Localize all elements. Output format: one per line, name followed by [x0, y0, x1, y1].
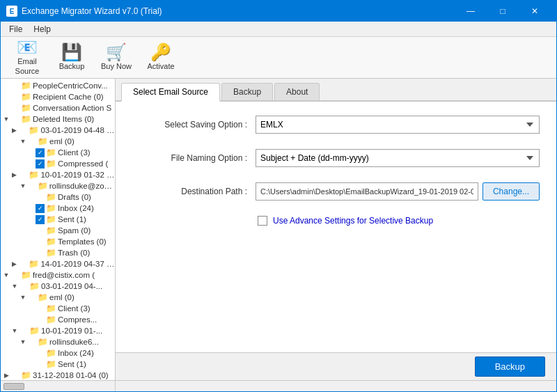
tree-toggle-icon[interactable] — [27, 360, 36, 368]
tree-item[interactable]: ✓📁Sent (1) — [1, 214, 115, 225]
tree-toggle-icon[interactable]: ▼ — [19, 137, 27, 146]
folder-icon: 📁 — [46, 304, 56, 313]
footer: Backup — [116, 352, 556, 380]
change-button[interactable]: Change... — [483, 182, 540, 201]
menu-help[interactable]: Help — [28, 23, 56, 36]
tree-item[interactable]: ▼📁rollinsduke@zoh... — [1, 180, 115, 191]
tree-toggle-icon[interactable] — [27, 315, 36, 324]
tree-toggle-icon[interactable]: ▶ — [2, 371, 10, 379]
tree-item[interactable]: ✓📁Inbox (24) — [1, 203, 115, 214]
tree-item[interactable]: ✓📁Client (3) — [1, 147, 115, 158]
bottom-scrollbar — [1, 380, 556, 391]
tree-label: Templates (0) — [58, 237, 107, 246]
toolbar-buy-now-label: Buy Now — [101, 62, 132, 71]
tree-toggle-icon[interactable] — [2, 104, 10, 112]
folder-icon: 📁 — [46, 192, 56, 202]
tree-label: rollinsduke@zoh... — [49, 182, 115, 190]
tree-toggle-icon[interactable] — [27, 215, 36, 224]
folder-icon: 📁 — [29, 170, 39, 180]
tree-toggle-icon[interactable] — [2, 81, 10, 90]
tree-item[interactable]: ▼📁eml (0) — [1, 136, 115, 147]
tree-item[interactable]: 📁Trash (0) — [1, 247, 115, 258]
tree-item[interactable]: 📁Spam (0) — [1, 225, 115, 236]
saving-option-row: Select Saving Option : EMLX EML MSG PST … — [132, 116, 540, 134]
tree-item[interactable]: 📁Recipient Cache (0) — [1, 91, 115, 102]
toolbar-email-source[interactable]: 📧 Email Source — [6, 40, 48, 76]
tree-label: 31-12-2018 01-04 (0) — [33, 371, 109, 379]
close-button[interactable]: ✕ — [519, 1, 551, 22]
tree-toggle-icon[interactable]: ▼ — [19, 338, 27, 346]
folder-icon: 📁 — [38, 337, 48, 347]
tree-item[interactable]: 📁Drafts (0) — [1, 191, 115, 203]
tree-checkbox[interactable]: ✓ — [36, 159, 45, 168]
destination-input[interactable] — [256, 182, 478, 201]
tree-toggle-icon[interactable] — [27, 226, 36, 235]
tree-item[interactable]: 📁Conversation Action S — [1, 102, 115, 113]
file-naming-select[interactable]: Subject + Date (dd-mm-yyyy) Subject Date… — [256, 149, 540, 167]
tree-toggle-icon[interactable]: ▶ — [10, 126, 19, 134]
tree-toggle-icon[interactable]: ▼ — [2, 115, 10, 123]
tree-toggle-icon[interactable] — [27, 159, 36, 168]
horizontal-scrollbar-thumb[interactable] — [3, 383, 24, 390]
tree-item[interactable]: ▶📁03-01-2019 04-48 (0) — [1, 125, 115, 136]
tree-checkbox[interactable]: ✓ — [36, 215, 45, 224]
tab-backup[interactable]: Backup — [221, 83, 273, 100]
tab-about[interactable]: About — [274, 83, 320, 100]
tree-item[interactable]: ▶📁14-01-2019 04-37 (0) — [1, 258, 115, 269]
tree-checkbox[interactable]: ✓ — [36, 204, 45, 213]
tab-bar: Select Email Source Backup About — [116, 79, 556, 102]
backup-button[interactable]: Backup — [475, 356, 545, 377]
tree-checkbox[interactable]: ✓ — [36, 148, 45, 157]
advance-settings-checkbox[interactable] — [258, 216, 267, 226]
tree-label: Spam (0) — [58, 226, 91, 235]
tab-content: Select Saving Option : EMLX EML MSG PST … — [116, 102, 556, 352]
tree-toggle-icon[interactable] — [27, 237, 36, 246]
tree-toggle-icon[interactable]: ▼ — [10, 282, 19, 290]
tree-toggle-icon[interactable]: ▼ — [10, 327, 19, 335]
tree-item[interactable]: ▼📁10-01-2019 01-... — [1, 325, 115, 336]
tree-item[interactable]: 📁Client (3) — [1, 303, 115, 314]
folder-icon: 📁 — [46, 159, 56, 168]
folder-icon: 📁 — [21, 114, 31, 124]
tree-label: Compressed ( — [58, 159, 108, 168]
tree-item[interactable]: 📁Sent (1) — [1, 359, 115, 370]
tree-toggle-icon[interactable]: ▼ — [19, 182, 27, 190]
minimize-button[interactable]: — — [455, 1, 487, 22]
tree-label: eml (0) — [49, 137, 74, 146]
toolbar-buy-now[interactable]: 🛒 Buy Now — [95, 40, 137, 76]
tree-item[interactable]: ▼📁eml (0) — [1, 292, 115, 303]
tree-toggle-icon[interactable] — [27, 204, 36, 212]
menu-file[interactable]: File — [3, 23, 28, 36]
tree-item[interactable]: ▼📁Deleted Items (0) — [1, 113, 115, 125]
tree-toggle-icon[interactable] — [27, 349, 36, 357]
tree-toggle-icon[interactable] — [27, 249, 36, 257]
tree-item[interactable]: 📁Compres... — [1, 314, 115, 325]
tree-item[interactable]: 📁Inbox (24) — [1, 347, 115, 359]
tree-toggle-icon[interactable]: ▶ — [10, 260, 19, 268]
maximize-button[interactable]: □ — [487, 1, 519, 22]
tree-toggle-icon[interactable] — [27, 193, 36, 201]
tree-item[interactable]: ▼📁rollinsduke6... — [1, 336, 115, 347]
tab-select-email-source[interactable]: Select Email Source — [121, 83, 220, 102]
tree-toggle-icon[interactable]: ▼ — [2, 271, 10, 279]
tree-label: Conversation Action S — [33, 104, 111, 112]
tree-item[interactable]: ▼📁03-01-2019 04-... — [1, 281, 115, 292]
tree-item[interactable]: 📁PeopleCentricConv... — [1, 80, 115, 91]
tree-item[interactable]: 📁Templates (0) — [1, 236, 115, 247]
tree-toggle-icon[interactable] — [2, 93, 10, 101]
toolbar-activate[interactable]: 🔑 Activate — [140, 40, 182, 76]
toolbar-backup[interactable]: 💾 Backup — [51, 40, 93, 76]
folder-icon: 📁 — [46, 315, 56, 324]
tree-item[interactable]: ▼📁fred@cistix.com ( — [1, 269, 115, 281]
tree-toggle-icon[interactable] — [27, 148, 36, 157]
tree-item[interactable]: ✓📁Compressed ( — [1, 158, 115, 169]
advance-settings-row: Use Advance Settings for Selective Backu… — [132, 216, 540, 226]
tree-toggle-icon[interactable]: ▼ — [19, 293, 27, 301]
tree-toggle-icon[interactable] — [27, 304, 36, 313]
tree-label: Recipient Cache (0) — [33, 93, 104, 101]
tree-item[interactable]: ▶📁31-12-2018 01-04 (0) — [1, 370, 115, 380]
saving-option-select[interactable]: EMLX EML MSG PST MBOX — [256, 116, 540, 134]
destination-label: Destination Path : — [132, 187, 247, 196]
tree-toggle-icon[interactable]: ▶ — [10, 171, 19, 179]
tree-item[interactable]: ▶📁10-01-2019 01-32 (0) — [1, 169, 115, 180]
